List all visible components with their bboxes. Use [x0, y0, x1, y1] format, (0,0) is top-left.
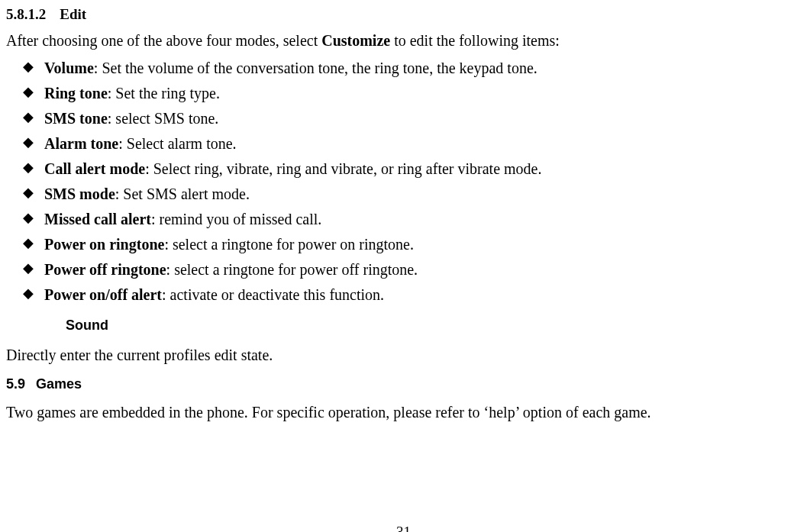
item-term: Missed call alert	[44, 211, 151, 227]
games-text: Two games are embedded in the phone. For…	[6, 401, 801, 423]
item-desc: : activate or deactivate this function.	[162, 286, 384, 303]
item-term: Call alert mode	[44, 160, 145, 177]
item-desc: : select SMS tone.	[108, 110, 219, 127]
intro-bold-customize: Customize	[321, 32, 390, 49]
list-item: Power on ringtone: select a ringtone for…	[29, 232, 801, 256]
item-term: Power on ringtone	[44, 236, 164, 253]
item-term: Ring tone	[44, 85, 108, 102]
edit-section-heading: 5.8.1.2Edit	[6, 5, 801, 25]
games-section-heading: 5.9Games	[6, 375, 801, 394]
sound-text: Directly enter the current profiles edit…	[6, 344, 801, 366]
list-item: Alarm tone: Select alarm tone.	[29, 131, 801, 156]
item-desc: : Select ring, vibrate, ring and vibrate…	[145, 160, 541, 177]
item-term: SMS mode	[44, 185, 115, 202]
list-item: Missed call alert: remind you of missed …	[29, 207, 801, 231]
edit-items-list: Volume: Set the volume of the conversati…	[6, 56, 801, 307]
item-term: Power off ringtone	[44, 261, 166, 278]
list-item: Call alert mode: Select ring, vibrate, r…	[29, 156, 801, 181]
list-item: SMS mode: Set SMS alert mode.	[29, 182, 801, 206]
edit-section-title: Edit	[60, 6, 86, 22]
item-term: Alarm tone	[44, 135, 118, 152]
list-item: SMS tone: select SMS tone.	[29, 106, 801, 131]
edit-intro-paragraph: After choosing one of the above four mod…	[6, 30, 801, 51]
item-term: Volume	[44, 60, 94, 76]
games-section-number: 5.9	[6, 375, 25, 394]
page-number: -31-	[6, 522, 801, 532]
item-desc: : Set the volume of the conversation ton…	[94, 60, 537, 76]
sound-heading: Sound	[66, 316, 801, 335]
item-term: SMS tone	[44, 110, 108, 127]
item-desc: : select a ringtone for power off ringto…	[166, 261, 418, 278]
item-desc: : select a ringtone for power on rington…	[164, 236, 414, 253]
intro-text-after: to edit the following items:	[390, 32, 560, 49]
list-item: Ring tone: Set the ring type.	[29, 81, 801, 105]
list-item: Power on/off alert: activate or deactiva…	[29, 282, 801, 307]
games-section-title: Games	[36, 376, 82, 392]
edit-section-number: 5.8.1.2	[6, 5, 46, 25]
item-term: Power on/off alert	[44, 286, 162, 303]
list-item: Power off ringtone: select a ringtone fo…	[29, 257, 801, 282]
intro-text-before: After choosing one of the above four mod…	[6, 32, 321, 49]
item-desc: : remind you of missed call.	[151, 211, 321, 227]
list-item: Volume: Set the volume of the conversati…	[29, 56, 801, 80]
item-desc: : Set SMS alert mode.	[115, 185, 250, 202]
item-desc: : Select alarm tone.	[118, 135, 236, 152]
item-desc: : Set the ring type.	[108, 85, 220, 102]
